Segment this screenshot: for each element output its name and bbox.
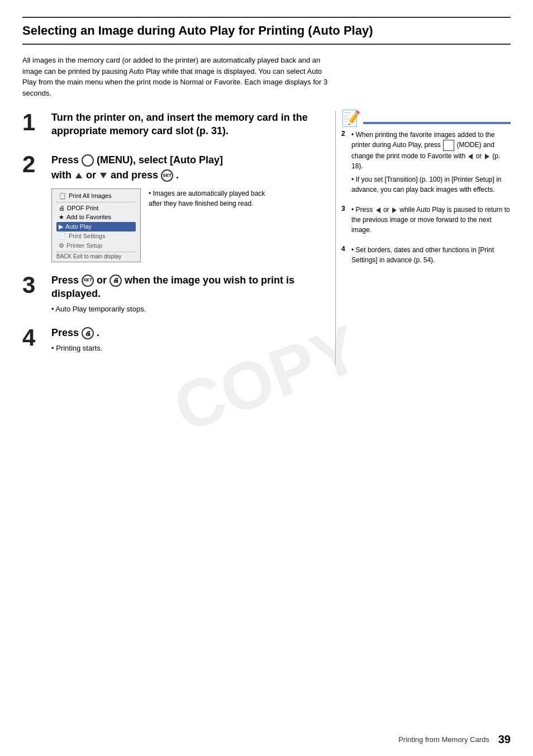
step-4-content: Press 🖨 . Printing starts.	[51, 326, 324, 354]
note-4-text: • Set borders, dates and other functions…	[351, 245, 511, 265]
note-4-number: 4	[341, 245, 349, 265]
menu-item-favorites: ★ Add to Favorites	[56, 212, 136, 222]
note-2-content: • When printing the favorite images adde…	[351, 130, 511, 195]
settings-label: Print Settings	[69, 233, 105, 239]
step-3-text: Press SET or 🖨 when the image you wish t…	[51, 273, 324, 301]
left-column: 1 Turn the printer on, and insert the me…	[22, 111, 324, 365]
or-label-3: or	[97, 275, 110, 286]
press-label: Press	[51, 154, 82, 166]
setup-label: Printer Setup	[66, 242, 102, 249]
menu-sep-1	[56, 202, 136, 202]
menu-caption: • Images are automatically played back a…	[149, 188, 272, 209]
dpof-icon: 🖨	[59, 205, 65, 211]
note-3-number: 3	[341, 205, 349, 235]
note-2-row: 2 • When printing the favorite images ad…	[341, 130, 511, 195]
step-4: 4 Press 🖨 . Printing starts.	[22, 326, 324, 354]
menu-button-icon	[82, 154, 94, 167]
step-2: 2 Press (MENU), select [Auto Play]with o…	[22, 153, 324, 262]
menu-item-autoplay: ▶ Auto Play	[56, 222, 136, 231]
autoplay-label: Auto Play	[65, 223, 92, 230]
footer-label: Printing from Memory Cards	[398, 735, 489, 744]
press-label-3: Press	[51, 275, 82, 286]
note-block-4: 4 • Set borders, dates and other functio…	[341, 245, 511, 265]
step-2-number: 2	[22, 153, 45, 176]
favorites-label: Add to Favorites	[66, 214, 111, 220]
period: .	[176, 169, 179, 181]
note-block-3: 3 • Press or while Auto Play is paused t…	[341, 205, 511, 235]
menu-sep-2	[56, 252, 136, 252]
print-btn-icon: 🖨	[82, 327, 94, 339]
step-3-bullet: Auto Play temporarily stops.	[51, 304, 324, 315]
note-2-text-2: • If you set [Transition] (p. 100) in [P…	[351, 174, 511, 195]
menu-area: 📋 Print All Images 🖨 DPOF Print ★ Add to…	[51, 188, 324, 262]
print-icon-3: 🖨	[110, 275, 122, 287]
triangle-down-icon	[100, 173, 107, 178]
right-column: 📝 2 • When printing the favorite images …	[335, 111, 511, 365]
footer-page: 39	[498, 733, 511, 746]
and-press-label: and press	[111, 169, 161, 181]
step-2-content: Press (MENU), select [Auto Play]with or …	[51, 153, 324, 262]
set-button-icon: SET	[161, 169, 173, 182]
note-block-2: 2 • When printing the favorite images ad…	[341, 130, 511, 195]
note-3-row: 3 • Press or while Auto Play is paused t…	[341, 205, 511, 235]
step-1-text: Turn the printer on, and insert the memo…	[51, 111, 324, 138]
menu-box: 📋 Print All Images 🖨 DPOF Print ★ Add to…	[51, 188, 141, 262]
triangle-up-icon	[75, 173, 82, 178]
step-4-text: Press 🖨 .	[51, 326, 324, 339]
setup-icon: ⚙	[59, 242, 64, 249]
print-all-label: Print All Images	[69, 192, 111, 199]
step-3-number: 3	[22, 273, 45, 297]
press-label-4: Press	[51, 327, 82, 338]
footer: Printing from Memory Cards 39	[398, 733, 511, 746]
menu-caption-bullet: • Images are automatically played back a…	[149, 190, 265, 207]
step-1: 1 Turn the printer on, and insert the me…	[22, 111, 324, 141]
step-1-content: Turn the printer on, and insert the memo…	[51, 111, 324, 141]
step-4-number: 4	[22, 326, 45, 349]
menu-back-label: BACK Exit to main display	[56, 253, 136, 259]
dpof-label: DPOF Print	[67, 205, 98, 211]
note-header-bar	[363, 122, 511, 124]
main-layout: 1 Turn the printer on, and insert the me…	[22, 111, 511, 365]
note-4-row: 4 • Set borders, dates and other functio…	[341, 245, 511, 265]
step-1-number: 1	[22, 111, 45, 134]
autoplay-icon: ▶	[59, 223, 63, 230]
step-3-content: Press SET or 🖨 when the image you wish t…	[51, 273, 324, 315]
intro-text: All images in the memory card (or added …	[22, 55, 335, 98]
favorites-icon: ★	[59, 214, 64, 221]
step-4-period: .	[97, 327, 99, 338]
settings-icon: 📄	[59, 233, 66, 240]
tri-left-icon-2	[376, 207, 380, 213]
menu-item-dpof: 🖨 DPOF Print	[56, 204, 136, 212]
note-4-content: • Set borders, dates and other functions…	[351, 245, 511, 265]
print-all-icon: 📋	[59, 192, 66, 200]
tri-left-icon-1	[468, 154, 473, 159]
menu-item-print-settings: 📄 Print Settings	[56, 231, 136, 241]
tri-right-icon-1	[485, 154, 489, 159]
step-2-text: Press (MENU), select [Auto Play]with or …	[51, 153, 324, 183]
note-2-text-1: • When printing the favorite images adde…	[351, 130, 511, 171]
tri-right-icon-2	[392, 207, 397, 213]
note-header-area: 📝	[341, 111, 511, 126]
menu-item-printer-setup: ⚙ Printer Setup	[56, 241, 136, 251]
step-4-bullet: Printing starts.	[51, 343, 324, 354]
note-3-content: • Press or while Auto Play is paused to …	[351, 205, 511, 235]
page: COPY Selecting an Image during Auto Play…	[0, 0, 533, 756]
note-pencil-icon: 📝	[341, 111, 361, 126]
menu-item-print-all: 📋 Print All Images	[56, 191, 136, 201]
step-3: 3 Press SET or 🖨 when the image you wish…	[22, 273, 324, 315]
page-title: Selecting an Image during Auto Play for …	[22, 17, 511, 45]
set-icon-3: SET	[82, 275, 94, 287]
mode-square-icon	[443, 140, 454, 151]
note-3-text: • Press or while Auto Play is paused to …	[351, 205, 511, 235]
note-2-number: 2	[341, 130, 349, 195]
or-label: or	[86, 169, 99, 181]
